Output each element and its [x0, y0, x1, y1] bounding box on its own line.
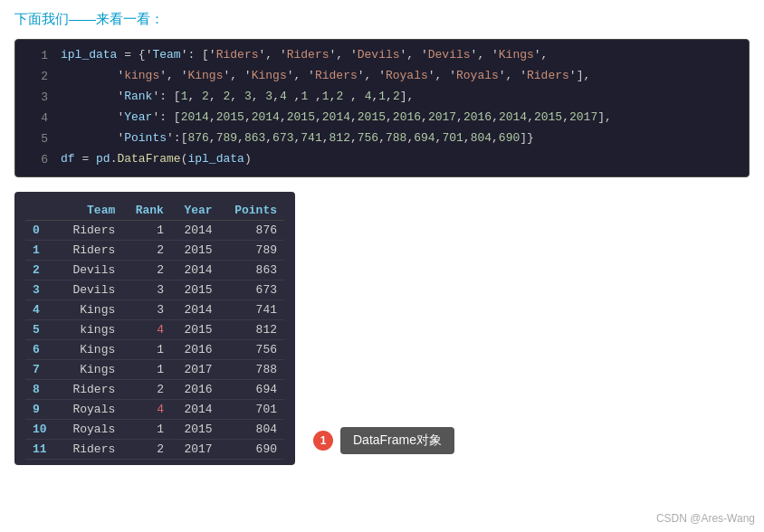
line-num-6: 6	[23, 149, 48, 170]
cell-rank: 2	[122, 240, 171, 260]
cell-index: 3	[25, 280, 58, 299]
line-num-5: 5	[23, 128, 48, 149]
cell-index: 4	[25, 299, 58, 319]
cell-team: Kings	[58, 339, 122, 359]
cell-team: Devils	[58, 280, 122, 299]
code-line-3: 3 'Rank': [1, 2, 2, 3, 3,4 ,1 ,1,2 , 4,1…	[15, 87, 749, 108]
cell-rank: 2	[122, 439, 171, 459]
cell-team: Riders	[58, 379, 122, 399]
cell-team: Riders	[58, 439, 122, 459]
cell-index: 1	[25, 240, 58, 260]
table-row: 11Riders22017690	[25, 439, 284, 459]
cell-points: 701	[220, 399, 284, 419]
page-wrapper: 下面我们——来看一看： 1 ipl_data = {'Team': ['Ride…	[0, 0, 764, 476]
cell-rank: 1	[122, 220, 171, 240]
callout-area: 1 DataFrame对象	[313, 427, 454, 454]
cell-team: Kings	[58, 359, 122, 379]
cell-year: 2015	[171, 280, 220, 299]
cell-points: 694	[220, 379, 284, 399]
cell-year: 2014	[171, 399, 220, 419]
table-header-row: Team Rank Year Points	[25, 201, 284, 221]
cell-team: Devils	[58, 260, 122, 280]
cell-index: 10	[25, 419, 58, 439]
col-header-team: Team	[58, 201, 122, 221]
cell-rank: 3	[122, 280, 171, 299]
cell-index: 7	[25, 359, 58, 379]
table-row: 2Devils22014863	[25, 260, 284, 280]
cell-index: 0	[25, 220, 58, 240]
callout-badge: 1	[313, 431, 333, 451]
cell-rank: 4	[122, 319, 171, 339]
table-row: 3Devils32015673	[25, 280, 284, 299]
cell-team: Royals	[58, 399, 122, 419]
table-row: 0Riders12014876	[25, 220, 284, 240]
table-row: 1Riders22015789	[25, 240, 284, 260]
cell-points: 863	[220, 260, 284, 280]
line-num-1: 1	[23, 45, 48, 66]
line-num-2: 2	[23, 66, 48, 87]
line-content-5: 'Points':[876,789,863,673,741,812,756,78…	[61, 128, 534, 148]
watermark: CSDN @Ares-Wang	[656, 512, 755, 525]
cell-year: 2014	[171, 220, 220, 240]
cell-index: 8	[25, 379, 58, 399]
table-row: 8Riders22016694	[25, 379, 284, 399]
code-line-6: 6 df = pd.DataFrame(ipl_data)	[15, 149, 749, 170]
cell-rank: 3	[122, 299, 171, 319]
cell-year: 2014	[171, 299, 220, 319]
line-content-3: 'Rank': [1, 2, 2, 3, 3,4 ,1 ,1,2 , 4,1,2…	[61, 87, 414, 107]
cell-rank: 1	[122, 359, 171, 379]
table-row: 5kings42015812	[25, 319, 284, 339]
cell-year: 2017	[171, 439, 220, 459]
cell-year: 2015	[171, 240, 220, 260]
cell-year: 2016	[171, 339, 220, 359]
cell-year: 2014	[171, 260, 220, 280]
cell-index: 2	[25, 260, 58, 280]
cell-points: 788	[220, 359, 284, 379]
cell-rank: 2	[122, 260, 171, 280]
cell-team: Kings	[58, 299, 122, 319]
cell-rank: 1	[122, 339, 171, 359]
code-line-4: 4 'Year': [2014,2015,2014,2015,2014,2015…	[15, 108, 749, 128]
cell-points: 804	[220, 419, 284, 439]
bottom-area: Team Rank Year Points 0Riders120148761Ri…	[14, 192, 750, 465]
cell-rank: 2	[122, 379, 171, 399]
line-content-6: df = pd.DataFrame(ipl_data)	[61, 149, 252, 169]
cell-team: Riders	[58, 220, 122, 240]
cell-index: 6	[25, 339, 58, 359]
cell-year: 2017	[171, 359, 220, 379]
cell-year: 2016	[171, 379, 220, 399]
line-content-2: 'kings', 'Kings', 'Kings', 'Riders', 'Ro…	[61, 66, 590, 86]
cell-year: 2015	[171, 419, 220, 439]
cell-rank: 4	[122, 399, 171, 419]
code-block: 1 ipl_data = {'Team': ['Riders', 'Riders…	[14, 39, 750, 177]
cell-points: 789	[220, 240, 284, 260]
intro-text: 下面我们——来看一看：	[14, 11, 750, 28]
line-content-4: 'Year': [2014,2015,2014,2015,2014,2015,2…	[61, 108, 612, 128]
cell-team: Riders	[58, 240, 122, 260]
cell-points: 756	[220, 339, 284, 359]
line-content-1: ipl_data = {'Team': ['Riders', 'Riders',…	[61, 45, 548, 65]
cell-team: Royals	[58, 419, 122, 439]
col-header-rank: Rank	[122, 201, 171, 221]
callout-box: DataFrame对象	[340, 427, 454, 454]
cell-index: 9	[25, 399, 58, 419]
table-row: 7Kings12017788	[25, 359, 284, 379]
line-num-4: 4	[23, 108, 48, 128]
table-row: 4Kings32014741	[25, 299, 284, 319]
cell-points: 741	[220, 299, 284, 319]
col-header-points: Points	[220, 201, 284, 221]
col-header-index	[25, 201, 58, 221]
table-area: Team Rank Year Points 0Riders120148761Ri…	[14, 192, 295, 465]
col-header-year: Year	[171, 201, 220, 221]
cell-points: 690	[220, 439, 284, 459]
cell-points: 812	[220, 319, 284, 339]
cell-points: 673	[220, 280, 284, 299]
code-line-1: 1 ipl_data = {'Team': ['Riders', 'Riders…	[15, 45, 749, 66]
cell-year: 2015	[171, 319, 220, 339]
code-line-2: 2 'kings', 'Kings', 'Kings', 'Riders', '…	[15, 66, 749, 87]
dataframe-table: Team Rank Year Points 0Riders120148761Ri…	[25, 201, 284, 460]
cell-points: 876	[220, 220, 284, 240]
cell-index: 11	[25, 439, 58, 459]
cell-index: 5	[25, 319, 58, 339]
line-num-3: 3	[23, 87, 48, 108]
